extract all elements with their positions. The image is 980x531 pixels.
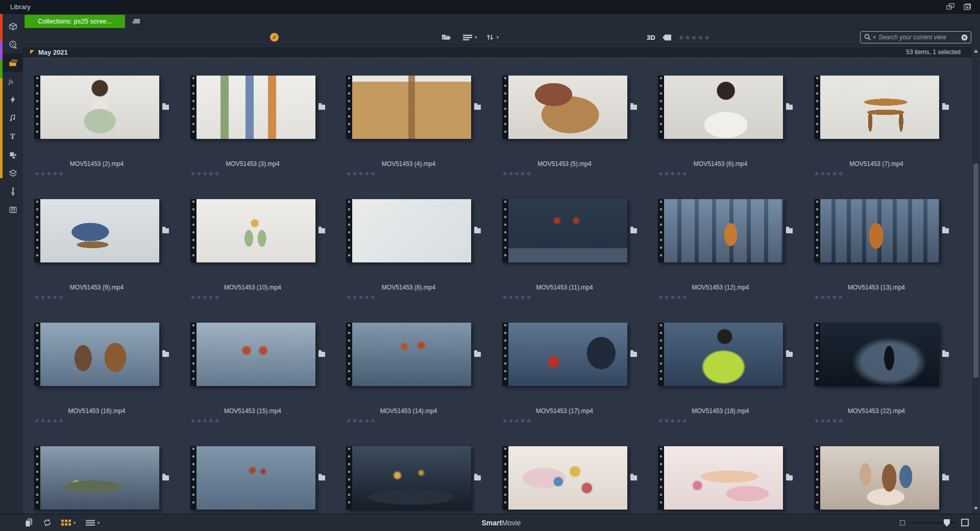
collapse-triangle-icon[interactable] (30, 50, 34, 54)
item-rating-stars[interactable]: ★★★★★ (190, 171, 347, 177)
sidebar-item-media-box[interactable] (3, 17, 23, 35)
video-thumbnail[interactable] (346, 446, 471, 510)
scroll-down-button[interactable] (972, 504, 979, 513)
library-item[interactable]: MOV51453 (9).mp4 ★★★★★ (34, 199, 190, 323)
video-thumbnail[interactable] (814, 199, 939, 262)
sidebar-item-overlays[interactable] (3, 164, 23, 182)
item-rating-stars[interactable]: ★★★★★ (814, 418, 970, 424)
library-item[interactable] (34, 446, 190, 514)
list-view-icon[interactable]: ▼ (463, 34, 478, 41)
active-collection-tab[interactable]: Collections: ps25 scree... (24, 15, 125, 28)
library-item[interactable]: MOV51453 (8).mp4 ★★★★★ (346, 199, 502, 323)
library-item[interactable]: MOV51453 (12).mp4 ★★★★★ (658, 199, 814, 323)
search-icon[interactable] (864, 34, 871, 41)
video-thumbnail[interactable] (658, 199, 783, 262)
item-rating-stars[interactable]: ★★★★★ (34, 295, 190, 300)
copy-pages-icon[interactable] (24, 518, 33, 527)
grid-view-icon[interactable]: ▼ (61, 519, 77, 526)
expand-panel-icon[interactable] (964, 3, 973, 10)
sidebar-item-film-reel[interactable] (3, 35, 23, 54)
video-thumbnail[interactable] (346, 323, 471, 386)
item-rating-stars[interactable]: ★★★★★ (502, 295, 658, 300)
item-rating-stars[interactable]: ★★★★★ (658, 171, 814, 177)
library-item[interactable]: MOV51453 (15).mp4 ★★★★★ (190, 323, 347, 446)
video-thumbnail[interactable] (34, 446, 159, 510)
library-item[interactable]: MOV51453 (22).mp4 ★★★★★ (814, 323, 970, 446)
zoom-out-square-icon[interactable] (900, 520, 905, 525)
item-rating-stars[interactable]: ★★★★★ (814, 171, 970, 177)
library-item[interactable]: MOV51453 (5).mp4 ★★★★★ (502, 76, 658, 199)
sidebar-item-instruments[interactable] (3, 201, 23, 219)
library-item[interactable]: MOV51453 (3).mp4 ★★★★★ (190, 76, 347, 199)
vertical-scrollbar[interactable] (972, 46, 979, 514)
sync-icon[interactable] (42, 518, 52, 527)
clear-search-icon[interactable] (961, 34, 968, 41)
sidebar-item-collections[interactable] (3, 54, 23, 72)
library-item[interactable]: MOV51453 (6).mp4 ★★★★★ (658, 76, 814, 199)
video-thumbnail[interactable] (814, 76, 939, 139)
library-item[interactable]: MOV51453 (4).mp4 ★★★★★ (346, 76, 502, 199)
library-item[interactable]: MOV51453 (16).mp4 ★★★★★ (34, 323, 190, 446)
video-thumbnail[interactable] (34, 199, 159, 262)
new-tab-icon[interactable] (131, 17, 140, 26)
zoom-in-square-icon[interactable] (961, 519, 969, 526)
library-item[interactable]: MOV51453 (18).mp4 ★★★★★ (658, 323, 814, 446)
undock-icon[interactable] (946, 3, 955, 10)
video-thumbnail[interactable] (34, 76, 159, 139)
video-thumbnail[interactable] (502, 323, 627, 386)
folder-open-icon[interactable] (442, 33, 452, 41)
slider-handle[interactable] (944, 519, 950, 527)
item-rating-stars[interactable]: ★★★★★ (346, 295, 502, 300)
check-circle-icon[interactable]: ✓ (270, 33, 279, 42)
item-rating-stars[interactable]: ★★★★★ (346, 418, 502, 424)
scrollbar-thumb[interactable] (973, 163, 978, 378)
video-thumbnail[interactable] (658, 76, 783, 139)
library-item[interactable]: MOV51453 (17).mp4 ★★★★★ (502, 323, 658, 446)
video-thumbnail[interactable] (502, 76, 627, 139)
library-item[interactable]: MOV51453 (14).mp4 ★★★★★ (346, 323, 502, 446)
video-thumbnail[interactable] (34, 323, 159, 386)
library-item[interactable]: MOV51453 (11).mp4 ★★★★★ (502, 199, 658, 323)
tag-icon[interactable] (663, 34, 671, 40)
library-item[interactable] (658, 446, 814, 514)
sort-icon[interactable]: ▼ (486, 34, 500, 41)
smartmovie-label[interactable]: SmartMovie (481, 519, 521, 527)
sidebar-item-montage[interactable] (3, 146, 23, 164)
video-thumbnail[interactable] (346, 199, 471, 262)
video-thumbnail[interactable] (658, 446, 783, 510)
item-rating-stars[interactable]: ★★★★★ (658, 418, 814, 424)
sidebar-item-transitions[interactable] (3, 90, 23, 109)
item-rating-stars[interactable]: ★★★★★ (346, 171, 502, 177)
library-item[interactable] (346, 446, 502, 514)
rating-filter-stars[interactable]: ★★★★★ (678, 34, 710, 41)
item-rating-stars[interactable]: ★★★★★ (502, 418, 658, 424)
video-thumbnail[interactable] (190, 323, 315, 386)
item-rating-stars[interactable]: ★★★★★ (658, 295, 814, 300)
video-thumbnail[interactable] (190, 76, 315, 139)
list-small-icon[interactable]: ▼ (86, 519, 101, 526)
video-thumbnail[interactable] (190, 199, 315, 262)
video-thumbnail[interactable] (502, 199, 627, 262)
library-item[interactable]: MOV51453 (13).mp4 ★★★★★ (814, 199, 970, 323)
library-item[interactable]: MOV51453 (2).mp4 ★★★★★ (34, 76, 190, 199)
library-item[interactable] (190, 446, 347, 514)
item-rating-stars[interactable]: ★★★★★ (814, 295, 970, 300)
video-thumbnail[interactable] (814, 446, 939, 510)
sidebar-item-titles[interactable]: T (3, 127, 23, 146)
sidebar-item-effects[interactable]: fx (3, 72, 23, 90)
video-thumbnail[interactable] (658, 323, 783, 386)
item-rating-stars[interactable]: ★★★★★ (34, 171, 190, 177)
library-item[interactable] (502, 446, 658, 514)
video-thumbnail[interactable] (346, 76, 471, 139)
sidebar-item-scorefitter[interactable] (3, 182, 23, 201)
thumbnail-size-slider[interactable] (911, 519, 955, 527)
library-item[interactable]: MOV51453 (7).mp4 ★★★★★ (814, 76, 970, 199)
sidebar-item-music[interactable] (3, 109, 23, 127)
chevron-down-icon[interactable]: ▼ (872, 35, 876, 40)
scroll-up-button[interactable] (972, 47, 979, 55)
library-item[interactable]: MOV51453 (10).mp4 ★★★★★ (190, 199, 347, 323)
library-item[interactable] (814, 446, 970, 514)
item-rating-stars[interactable]: ★★★★★ (190, 418, 347, 424)
item-rating-stars[interactable]: ★★★★★ (190, 295, 347, 300)
video-thumbnail[interactable] (190, 446, 315, 510)
